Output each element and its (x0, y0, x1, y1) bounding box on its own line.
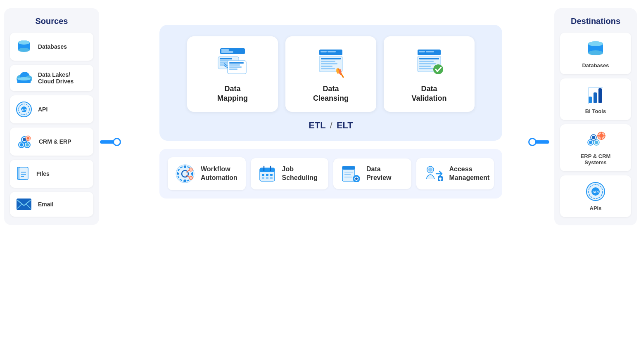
svg-rect-35 (220, 60, 229, 61)
source-label-files: FIles (36, 170, 50, 177)
tool-card-preview[interactable]: DataPreview (333, 158, 411, 189)
etl-card-title-mapping: DataMapping (217, 84, 248, 104)
dest-label-databases: Databases (582, 62, 609, 69)
etl-label: ETL (309, 120, 326, 131)
database-icon (16, 38, 32, 55)
svg-rect-51 (321, 63, 337, 64)
tool-card-access[interactable]: AccessManagement (416, 158, 494, 189)
destinations-panel: Destinations Databases (554, 8, 637, 225)
svg-rect-31 (221, 49, 229, 51)
svg-rect-49 (321, 58, 341, 59)
svg-rect-56 (419, 51, 425, 52)
dest-item-apis[interactable]: API APIs (560, 175, 631, 217)
svg-rect-46 (320, 51, 327, 52)
svg-point-100 (588, 50, 603, 55)
source-item-files[interactable]: FIles (10, 160, 93, 188)
access-icon (424, 165, 444, 183)
source-item-api[interactable]: API API (10, 95, 93, 123)
tool-label-scheduling: JobScheduling (282, 165, 318, 182)
etl-card-title-validation: DataValidation (411, 84, 446, 104)
etl-card-cleansing[interactable]: DataCleansing (285, 36, 376, 112)
svg-rect-32 (221, 51, 233, 53)
source-label-databases: Databases (38, 43, 67, 50)
dest-item-databases[interactable]: Databases (560, 33, 631, 74)
tool-label-preview: DataPreview (366, 165, 391, 182)
svg-rect-34 (220, 58, 232, 59)
email-icon (16, 198, 32, 211)
svg-rect-71 (191, 173, 193, 175)
svg-point-2 (18, 48, 30, 52)
dest-database-icon (585, 38, 606, 59)
source-item-crm[interactable]: CRM & ERP (10, 128, 93, 156)
svg-rect-116 (601, 138, 602, 140)
svg-point-17 (26, 143, 29, 147)
dest-label-bi: BI Tools (585, 108, 606, 114)
svg-rect-79 (266, 174, 268, 176)
svg-rect-80 (270, 174, 273, 176)
svg-rect-52 (321, 66, 332, 67)
svg-rect-27 (17, 199, 31, 210)
svg-rect-57 (426, 51, 434, 52)
svg-rect-59 (419, 58, 439, 59)
svg-point-114 (599, 134, 603, 138)
svg-rect-104 (598, 88, 602, 103)
svg-point-112 (592, 136, 595, 139)
svg-text:API: API (21, 108, 26, 112)
svg-rect-118 (603, 135, 605, 137)
svg-rect-47 (328, 51, 336, 52)
cleansing-icon (314, 46, 347, 79)
source-item-email[interactable]: Email (10, 192, 93, 217)
source-label-crm: CRM & ERP (39, 138, 71, 145)
svg-rect-81 (262, 177, 264, 179)
workflow-icon (175, 164, 195, 184)
source-label-email: Email (38, 201, 53, 208)
api-icon: API (16, 101, 32, 118)
bi-icon (585, 84, 606, 105)
tools-box: WorkflowAutomation (159, 149, 502, 199)
validation-icon (413, 46, 446, 79)
svg-rect-63 (419, 68, 433, 69)
source-label-api: API (38, 106, 47, 113)
svg-point-73 (189, 176, 192, 180)
dest-erp-icon (585, 130, 606, 150)
svg-rect-61 (419, 63, 436, 64)
svg-rect-42 (229, 69, 237, 70)
svg-point-16 (20, 143, 23, 147)
svg-rect-62 (419, 66, 431, 67)
tool-card-workflow[interactable]: WorkflowAutomation (168, 157, 246, 190)
etl-cards-row: DataMapping (169, 36, 492, 112)
crm-icon (16, 133, 33, 150)
sources-title: Sources (10, 17, 93, 26)
etl-section: DataMapping (116, 25, 546, 199)
dest-item-erp[interactable]: ERP & CRMSystems (560, 124, 631, 171)
etl-card-title-cleansing: DataCleansing (313, 84, 349, 104)
source-item-databases[interactable]: Databases (10, 33, 93, 61)
etl-card-validation[interactable]: DataValidation (384, 36, 475, 112)
left-connector (100, 140, 121, 144)
svg-rect-82 (266, 177, 268, 179)
source-item-data-lakes[interactable]: Data Lakes/Cloud Drives (10, 65, 93, 91)
etl-slash: / (330, 120, 332, 131)
page-layout: Sources Databases (0, 0, 641, 364)
svg-rect-83 (270, 177, 273, 179)
svg-rect-85 (342, 166, 355, 170)
etl-card-mapping[interactable]: DataMapping (187, 36, 278, 112)
svg-rect-103 (594, 92, 597, 103)
svg-rect-41 (229, 66, 242, 68)
svg-rect-60 (419, 61, 434, 62)
dest-item-bi[interactable]: BI Tools (560, 78, 631, 120)
etl-label-row: ETL / ELT (309, 120, 353, 131)
svg-point-72 (189, 168, 192, 171)
svg-rect-40 (229, 64, 240, 66)
svg-rect-39 (229, 62, 244, 64)
svg-rect-75 (260, 168, 275, 172)
svg-rect-50 (321, 61, 335, 62)
tool-card-scheduling[interactable]: JobScheduling (251, 158, 329, 189)
svg-point-93 (428, 168, 432, 172)
svg-point-3 (18, 40, 30, 45)
svg-rect-97 (440, 179, 441, 181)
scheduling-icon (258, 165, 276, 183)
svg-rect-53 (321, 68, 335, 69)
svg-point-101 (588, 41, 603, 46)
preview-icon (341, 165, 361, 182)
